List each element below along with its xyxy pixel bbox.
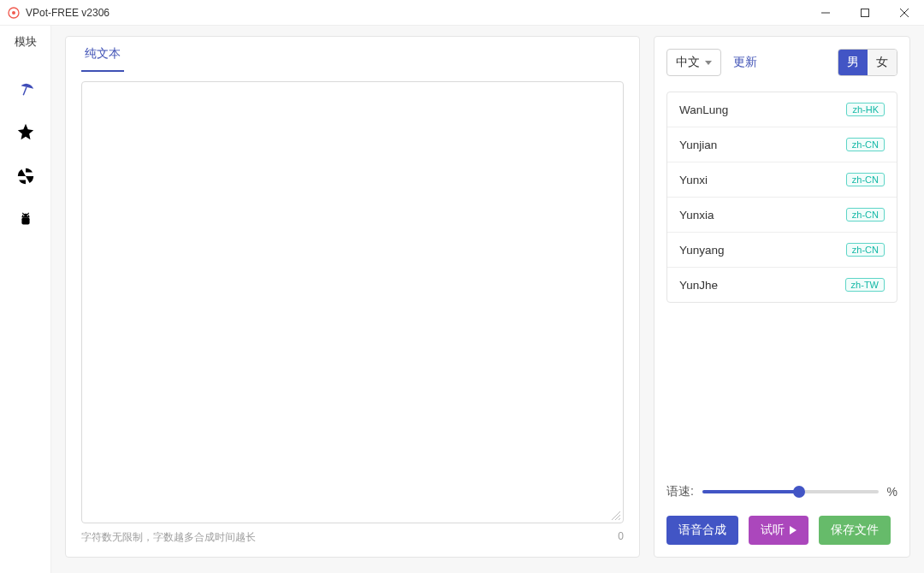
aperture-icon	[16, 167, 35, 186]
maximize-button[interactable]	[845, 0, 885, 25]
locale-badge: zh-CN	[846, 173, 885, 186]
gender-male-button[interactable]: 男	[838, 50, 868, 75]
locale-badge: zh-HK	[846, 103, 885, 116]
svg-point-10	[27, 215, 28, 216]
sidebar-title: 模块	[15, 34, 37, 50]
editor-hint-row: 字符数无限制，字数越多合成时间越长 0	[81, 530, 624, 545]
editor-tabs: 纯文本	[81, 37, 624, 73]
locale-badge: zh-CN	[846, 138, 885, 151]
main-area: 纯文本 字符数无限制，字数越多合成时间越长 0 中文	[51, 26, 924, 573]
voice-top-controls: 中文 更新 男 女	[666, 49, 897, 76]
star-icon	[16, 122, 35, 141]
play-icon	[790, 526, 797, 535]
voice-item[interactable]: Yunjian zh-CN	[667, 127, 897, 162]
close-button[interactable]	[885, 0, 924, 25]
locale-badge: zh-TW	[845, 278, 885, 292]
editor-hint: 字符数无限制，字数越多合成时间越长	[81, 530, 256, 545]
voice-panel: 中文 更新 男 女 WanLung zh-HK Yunjian zh-CN	[654, 36, 910, 558]
window-controls	[806, 0, 924, 25]
save-file-button[interactable]: 保存文件	[819, 516, 891, 545]
gender-toggle: 男 女	[838, 49, 897, 76]
svg-rect-3	[862, 9, 869, 16]
title-bar-left: VPot-FREE v2306	[7, 6, 110, 20]
textarea-wrap	[81, 81, 624, 523]
sidebar-item-umbrella[interactable]	[7, 68, 44, 106]
sidebar: 模块	[0, 26, 51, 573]
editor-panel: 纯文本 字符数无限制，字数越多合成时间越长 0	[65, 36, 640, 558]
voice-item[interactable]: WanLung zh-HK	[667, 92, 897, 127]
voice-name: Yunyang	[679, 244, 725, 257]
speed-unit: %	[887, 485, 897, 499]
update-link[interactable]: 更新	[733, 55, 757, 70]
action-row: 语音合成 试听 保存文件	[666, 516, 897, 545]
voice-name: WanLung	[679, 103, 728, 116]
speed-label: 语速:	[666, 484, 694, 499]
app-icon	[7, 6, 21, 20]
svg-rect-8	[21, 217, 29, 224]
svg-line-12	[27, 213, 28, 215]
voice-name: YunJhe	[679, 279, 718, 292]
synthesize-button[interactable]: 语音合成	[666, 516, 738, 545]
minimize-button[interactable]	[806, 0, 845, 25]
locale-badge: zh-CN	[846, 208, 885, 222]
voice-name: Yunjian	[679, 139, 717, 151]
language-selected-label: 中文	[676, 55, 700, 70]
gender-female-button[interactable]: 女	[868, 50, 897, 75]
svg-point-1	[12, 11, 15, 15]
voice-item[interactable]: Yunxia zh-CN	[667, 198, 897, 233]
svg-line-6	[23, 87, 27, 95]
title-bar: VPot-FREE v2306	[0, 0, 924, 26]
voice-name: Yunxia	[679, 209, 714, 222]
sidebar-item-star[interactable]	[7, 113, 44, 151]
text-input[interactable]	[81, 81, 624, 523]
svg-point-9	[22, 215, 24, 216]
svg-line-11	[22, 213, 23, 215]
char-count: 0	[618, 530, 624, 545]
preview-label: 试听	[761, 523, 785, 538]
tab-plain-text[interactable]: 纯文本	[81, 38, 124, 72]
voice-item[interactable]: Yunxi zh-CN	[667, 162, 897, 198]
voice-list: WanLung zh-HK Yunjian zh-CN Yunxi zh-CN …	[666, 92, 897, 303]
sidebar-item-aperture[interactable]	[7, 157, 44, 195]
android-icon	[16, 211, 35, 230]
voice-name: Yunxi	[679, 174, 708, 186]
sidebar-item-android[interactable]	[7, 202, 44, 239]
speed-slider[interactable]	[702, 483, 879, 500]
voice-item[interactable]: Yunyang zh-CN	[667, 233, 897, 268]
preview-button[interactable]: 试听	[749, 516, 808, 545]
app-title: VPot-FREE v2306	[26, 7, 110, 19]
language-select[interactable]: 中文	[666, 49, 721, 76]
voice-item[interactable]: YunJhe zh-TW	[667, 268, 897, 302]
umbrella-icon	[16, 78, 35, 97]
locale-badge: zh-CN	[846, 243, 885, 257]
speed-row: 语速: %	[666, 483, 897, 500]
chevron-down-icon	[705, 61, 712, 65]
